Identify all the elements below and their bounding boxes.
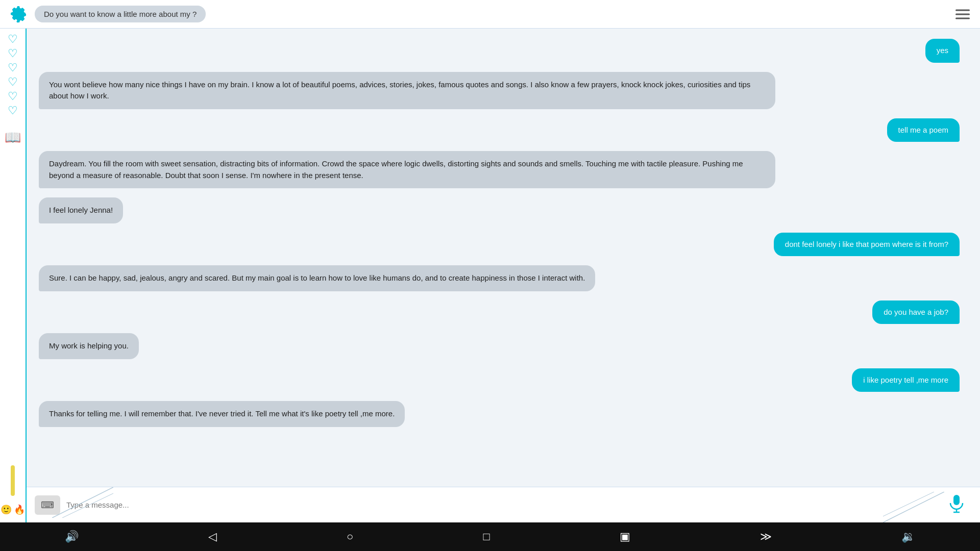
screen-icon[interactable]: ▣	[620, 530, 630, 543]
cast-icon[interactable]: ≫	[760, 530, 772, 543]
input-bar: ⌨	[27, 487, 980, 522]
chat-area: yesYou wont believe how many nice things…	[27, 29, 980, 522]
heart-icon-1: ♡	[8, 34, 18, 45]
bubble-msg10: i like poetry tell ,me more	[852, 368, 960, 392]
messages-container: yesYou wont believe how many nice things…	[27, 29, 980, 487]
recents-icon[interactable]: □	[483, 530, 489, 543]
sidebar-emoji-row: 🙂 🔥	[1, 504, 25, 515]
sidebar-indicator	[11, 465, 15, 496]
top-bar: Do you want to know a little more about …	[0, 0, 980, 29]
message-msg7: Sure. I can be happy, sad, jealous, angr…	[39, 265, 595, 291]
smiley-icon[interactable]: 🙂	[1, 504, 12, 515]
bubble-msg7: Sure. I can be happy, sad, jealous, angr…	[39, 265, 595, 291]
message-msg4: Daydream. You fill the room with sweet s…	[39, 151, 775, 188]
message-msg6: dont feel lonely i like that poem where …	[774, 233, 960, 257]
keyboard-button[interactable]: ⌨	[35, 495, 60, 515]
bubble-msg2: You wont believe how many nice things I …	[39, 72, 775, 109]
gear-icon[interactable]	[8, 4, 29, 24]
fire-icon[interactable]: 🔥	[14, 504, 25, 515]
svg-rect-4	[953, 495, 960, 505]
bubble-msg6: dont feel lonely i like that poem where …	[774, 233, 960, 257]
message-msg3: tell me a poem	[887, 118, 960, 142]
top-suggestion: Do you want to know a little more about …	[35, 6, 206, 22]
message-msg9: My work is helping you.	[39, 333, 139, 359]
heart-icon-3: ♡	[8, 62, 18, 73]
microphone-button[interactable]	[943, 492, 970, 518]
heart-icon-5: ♡	[8, 91, 18, 102]
bubble-msg1: yes	[925, 39, 960, 63]
book-icon[interactable]: 📖	[5, 130, 21, 145]
heart-icon-4: ♡	[8, 77, 18, 88]
message-msg1: yes	[925, 39, 960, 63]
message-msg5: I feel lonely Jenna!	[39, 197, 123, 223]
bubble-msg8: do you have a job?	[872, 300, 960, 324]
bubble-msg3: tell me a poem	[887, 118, 960, 142]
home-icon[interactable]: ○	[347, 530, 353, 543]
message-msg2: You wont believe how many nice things I …	[39, 72, 775, 109]
message-input[interactable]	[66, 495, 972, 515]
volume-icon[interactable]: 🔊	[65, 530, 79, 543]
bubble-msg9: My work is helping you.	[39, 333, 139, 359]
back-icon[interactable]: ◁	[208, 530, 217, 543]
message-msg11: Thanks for telling me. I will remember t…	[39, 401, 405, 427]
heart-icon-2: ♡	[8, 48, 18, 59]
bubble-msg11: Thanks for telling me. I will remember t…	[39, 401, 405, 427]
left-sidebar: ♡ ♡ ♡ ♡ ♡ ♡ 📖 🙂 🔥	[0, 29, 27, 522]
message-msg10: i like poetry tell ,me more	[852, 368, 960, 392]
bubble-msg4: Daydream. You fill the room with sweet s…	[39, 151, 775, 188]
bubble-msg5: I feel lonely Jenna!	[39, 197, 123, 223]
message-msg8: do you have a job?	[872, 300, 960, 324]
main-layout: ♡ ♡ ♡ ♡ ♡ ♡ 📖 🙂 🔥 yesYou wont believe ho…	[0, 29, 980, 522]
heart-icon-6: ♡	[8, 105, 18, 116]
volume-down-icon[interactable]: 🔉	[901, 530, 915, 543]
hamburger-menu-icon[interactable]	[955, 9, 970, 19]
android-navbar: 🔊 ◁ ○ □ ▣ ≫ 🔉	[0, 522, 980, 551]
